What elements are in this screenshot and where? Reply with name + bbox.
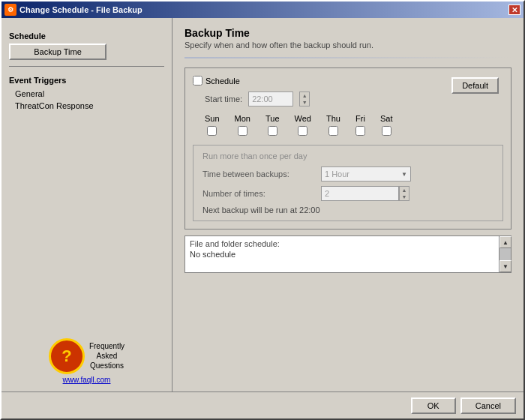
backup-time-button[interactable]: Backup Time [9, 44, 106, 60]
start-time-row: Start time: ▲ ▼ [205, 92, 503, 106]
file-folder-box: File and folder schedule: No schedule ▲ … [184, 236, 512, 273]
page-title: Backup Time [184, 27, 512, 39]
file-folder-container: File and folder schedule: No schedule ▲ … [184, 236, 512, 273]
file-folder-label: File and folder schedule: [190, 239, 506, 248]
close-button[interactable]: ✕ [508, 4, 520, 15]
number-spin-up[interactable]: ▲ [400, 187, 409, 194]
day-mon: Mon [235, 114, 250, 136]
day-sat: Sat [380, 114, 393, 136]
scrollbar: ▲ ▼ [499, 236, 511, 272]
day-sat-checkbox[interactable] [382, 126, 392, 136]
number-spinner[interactable]: ▲ ▼ [399, 186, 410, 201]
time-spinner[interactable]: ▲ ▼ [299, 92, 310, 106]
default-button[interactable]: Default [452, 77, 499, 94]
day-fri-checkbox[interactable] [356, 126, 365, 136]
scroll-down-button[interactable]: ▼ [500, 260, 512, 272]
scroll-track [500, 248, 511, 260]
faq-url[interactable]: www.faqll.com [63, 376, 111, 384]
event-triggers-label: Event Triggers [9, 76, 164, 85]
sidebar: Schedule Backup Time Event Triggers Gene… [2, 18, 172, 392]
scroll-up-button[interactable]: ▲ [500, 236, 512, 248]
day-tue-label: Tue [266, 114, 280, 123]
main-window: ⚙ Change Schedule - File Backup ✕ Schedu… [0, 0, 525, 420]
schedule-section-label: Schedule [9, 32, 164, 40]
sidebar-divider [9, 66, 164, 67]
sidebar-item-general[interactable]: General [9, 88, 164, 100]
day-thu: Thu [326, 114, 340, 136]
content-panel: Default Schedule Start time: ▲ ▼ [184, 68, 512, 382]
schedule-checkbox[interactable] [193, 76, 202, 86]
day-sun: Sun [205, 114, 220, 136]
title-divider [184, 57, 512, 58]
day-mon-label: Mon [235, 114, 250, 123]
window-body: Schedule Backup Time Event Triggers Gene… [2, 18, 524, 392]
day-fri: Fri [356, 114, 365, 136]
start-time-label: Start time: [205, 94, 242, 104]
day-sat-label: Sat [380, 114, 393, 123]
page-subtitle: Specify when and how often the backup sh… [184, 40, 512, 50]
day-sun-label: Sun [205, 114, 220, 123]
days-row: Sun Mon Tue Wed [205, 114, 503, 136]
title-bar: ⚙ Change Schedule - File Backup ✕ [2, 2, 524, 18]
time-between-row: Time between backups: 1 Hour ▼ [202, 166, 494, 182]
run-group: Run more than once per day Time between … [193, 145, 503, 221]
time-between-dropdown[interactable]: 1 Hour ▼ [321, 166, 411, 182]
number-spin-down[interactable]: ▼ [400, 194, 409, 200]
time-between-value: 1 Hour [325, 170, 350, 178]
time-between-label: Time between backups: [202, 170, 315, 178]
bottom-bar: OK Cancel [2, 392, 524, 418]
ok-button[interactable]: OK [411, 398, 456, 414]
main-content: Backup Time Specify when and how often t… [172, 18, 524, 392]
faq-section: ? FrequentlyAskedQuestions www.faqll.com [9, 323, 164, 384]
faq-label: FrequentlyAskedQuestions [89, 341, 124, 370]
run-group-title: Run more than once per day [202, 152, 494, 160]
spin-up-button[interactable]: ▲ [300, 92, 309, 99]
day-tue: Tue [266, 114, 280, 136]
dropdown-arrow-icon: ▼ [401, 171, 407, 178]
faq-icon: ? [49, 338, 85, 374]
number-of-times-row: Number of times: ▲ ▼ [202, 186, 494, 201]
spin-down-button[interactable]: ▼ [300, 99, 309, 106]
day-thu-checkbox[interactable] [328, 126, 338, 136]
day-sun-checkbox[interactable] [207, 126, 217, 136]
day-tue-checkbox[interactable] [268, 126, 278, 136]
schedule-checkbox-label: Schedule [206, 76, 240, 86]
number-of-times-input[interactable] [321, 186, 399, 201]
day-fri-label: Fri [356, 114, 365, 123]
day-wed-checkbox[interactable] [298, 126, 308, 136]
cancel-button[interactable]: Cancel [460, 398, 516, 414]
schedule-group: Default Schedule Start time: ▲ ▼ [184, 68, 512, 230]
window-icon: ⚙ [4, 4, 16, 16]
file-folder-value: No schedule [190, 250, 506, 259]
sidebar-item-threatcon[interactable]: ThreatCon Response [9, 100, 164, 112]
day-mon-checkbox[interactable] [238, 126, 248, 136]
day-wed-label: Wed [295, 114, 311, 123]
day-thu-label: Thu [326, 114, 340, 123]
day-wed: Wed [295, 114, 311, 136]
number-of-times-label: Number of times: [202, 189, 315, 198]
number-input-row: ▲ ▼ [321, 186, 410, 201]
next-backup-text: Next backup will be run at 22:00 [202, 206, 494, 214]
window-title: Change Schedule - File Backup [20, 5, 508, 14]
start-time-input[interactable] [248, 92, 293, 106]
